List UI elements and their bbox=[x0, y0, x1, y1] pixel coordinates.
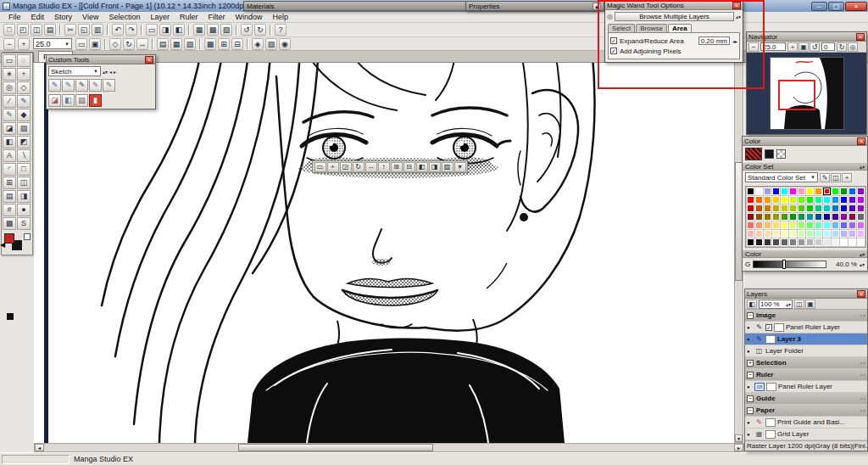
color-swatch[interactable] bbox=[806, 238, 814, 246]
color-swatch[interactable] bbox=[755, 204, 763, 212]
color-swatch[interactable] bbox=[755, 221, 763, 229]
hand-tool-icon[interactable]: ◇ bbox=[17, 81, 31, 94]
selection-flip-v-icon[interactable]: ↕ bbox=[378, 162, 390, 172]
deselect-icon[interactable]: ▭ bbox=[146, 24, 158, 36]
custom-selected-tool-icon[interactable]: ▮ bbox=[89, 94, 102, 107]
checkbox[interactable]: ✓ bbox=[610, 37, 617, 44]
color-swatch[interactable] bbox=[815, 238, 822, 246]
show-transparency-icon[interactable]: ▩ bbox=[204, 38, 216, 50]
color-swatch[interactable] bbox=[798, 213, 805, 221]
custom-fill-icon[interactable]: ◧ bbox=[62, 94, 75, 107]
color-swatch[interactable] bbox=[832, 204, 839, 212]
pen-tool-icon[interactable]: ✎ bbox=[17, 95, 31, 108]
close-icon[interactable]: × bbox=[857, 290, 865, 298]
color-swatch[interactable] bbox=[857, 230, 865, 238]
grid-tool-icon[interactable]: # bbox=[3, 204, 16, 216]
color-swatch[interactable] bbox=[849, 221, 856, 229]
layer-thumbnail[interactable] bbox=[774, 323, 784, 332]
cut-icon[interactable]: ✂ bbox=[64, 24, 76, 36]
color-swatch[interactable] bbox=[755, 213, 763, 221]
custom-tone-icon[interactable]: ▨ bbox=[75, 94, 88, 107]
color-swatch[interactable] bbox=[798, 238, 805, 246]
navigator-preview-area[interactable] bbox=[747, 53, 866, 134]
paste-icon[interactable]: ▥ bbox=[92, 24, 103, 36]
color-swatch[interactable] bbox=[832, 230, 839, 238]
select-pen-tool-icon[interactable]: S bbox=[17, 217, 31, 230]
color-swatch[interactable] bbox=[823, 213, 831, 221]
show-guide-icon[interactable]: ▧ bbox=[220, 24, 232, 36]
layer-row[interactable]: −Paper▫ ▫ bbox=[745, 405, 867, 417]
group-buttons[interactable]: ▫ ▫ bbox=[860, 408, 865, 413]
browse-multiple-layers-button[interactable]: Browse Multiple Layers bbox=[615, 12, 734, 21]
scroll-left-icon[interactable]: ◂ bbox=[35, 444, 44, 451]
layers-lock-icon[interactable]: ◫ bbox=[794, 300, 804, 309]
panel-icon[interactable]: ✎ bbox=[754, 323, 764, 331]
secondary-color-swatch[interactable] bbox=[765, 149, 774, 159]
color-swatch[interactable] bbox=[806, 204, 814, 212]
horizontal-scrollbar[interactable]: ◂ ▸ bbox=[34, 443, 744, 452]
custom-marker-icon[interactable]: ✎ bbox=[103, 79, 115, 92]
help-icon[interactable]: ? bbox=[275, 24, 287, 36]
navigator-title-bar[interactable]: Navigator × bbox=[747, 32, 866, 42]
save-icon[interactable]: ◫ bbox=[31, 24, 42, 36]
color-swatch[interactable] bbox=[849, 230, 856, 238]
shape-tool-icon[interactable]: □ bbox=[17, 163, 31, 176]
color-swatch[interactable] bbox=[823, 230, 831, 238]
show-ruler-icon[interactable]: ▦ bbox=[193, 24, 205, 36]
color-swatch[interactable] bbox=[789, 221, 797, 229]
color-swatch[interactable] bbox=[840, 188, 848, 195]
minimize-button[interactable]: – bbox=[811, 2, 827, 11]
undo-icon[interactable]: ↶ bbox=[112, 24, 124, 36]
color-swatch[interactable] bbox=[823, 238, 831, 246]
color-swatch[interactable] bbox=[772, 230, 780, 238]
nav-rotate-left-icon[interactable]: ↺ bbox=[810, 42, 820, 52]
gray-slider-handle[interactable] bbox=[782, 260, 786, 269]
checkbox[interactable]: ✓ bbox=[765, 324, 772, 331]
rollup-button[interactable]: ▴ bbox=[593, 3, 601, 10]
nav-zoom-out-icon[interactable]: − bbox=[748, 42, 759, 52]
layer-row[interactable]: +Selection▫ ▫ bbox=[745, 357, 867, 369]
color-swatch[interactable] bbox=[857, 238, 865, 246]
color-swatch[interactable] bbox=[806, 221, 814, 229]
selection-tone-icon[interactable]: ▨ bbox=[442, 162, 453, 172]
selection-scale-icon[interactable]: ◲ bbox=[340, 162, 352, 172]
option-value-field[interactable]: 0.20 mm bbox=[698, 36, 730, 45]
color-swatch[interactable] bbox=[755, 188, 763, 195]
fill-tool-icon[interactable]: ◧ bbox=[3, 136, 16, 148]
group-buttons[interactable]: ▫ ▫ bbox=[860, 361, 865, 366]
color-swatch[interactable] bbox=[781, 230, 788, 238]
next-preset-icon[interactable]: ▸ bbox=[114, 69, 116, 75]
color-swatch[interactable] bbox=[840, 230, 848, 238]
color-swatch[interactable] bbox=[781, 196, 788, 204]
color-swatch[interactable] bbox=[857, 196, 865, 204]
color-swatch[interactable] bbox=[789, 238, 797, 246]
canvas[interactable] bbox=[34, 51, 744, 443]
layer-row[interactable]: −Image▫ ▫ bbox=[745, 310, 867, 322]
color-swatch[interactable] bbox=[857, 188, 865, 195]
color-swatch[interactable] bbox=[772, 188, 780, 195]
color-swatch[interactable] bbox=[832, 221, 839, 229]
visibility-eye-icon[interactable]: ● bbox=[747, 420, 753, 425]
color-swatch[interactable] bbox=[764, 188, 771, 195]
custom-pencil-2-icon[interactable]: ✎ bbox=[62, 79, 75, 92]
expand-toggle-icon[interactable]: + bbox=[747, 360, 754, 367]
menu-story[interactable]: Story bbox=[49, 13, 77, 21]
color-swatch[interactable] bbox=[823, 221, 831, 229]
print-icon[interactable]: ✎ bbox=[754, 418, 764, 426]
color-swatch[interactable] bbox=[815, 213, 822, 221]
rotate-view-right-icon[interactable]: ↻ bbox=[254, 24, 266, 36]
material-catalog-icon[interactable]: ◈ bbox=[252, 38, 264, 50]
magic-wand-tool-icon[interactable]: ∗ bbox=[3, 68, 16, 81]
layer-thumbnail[interactable] bbox=[765, 430, 776, 439]
menu-ruler[interactable]: Ruler bbox=[175, 13, 203, 21]
color-swatch[interactable] bbox=[781, 221, 788, 229]
foreground-color-swatch[interactable] bbox=[4, 233, 14, 244]
color-swatch[interactable] bbox=[772, 238, 780, 246]
menu-edit[interactable]: Edit bbox=[26, 13, 50, 21]
color-swatch[interactable] bbox=[789, 204, 797, 212]
color-swatch[interactable] bbox=[857, 204, 865, 212]
grid-icon[interactable]: ▦ bbox=[754, 430, 764, 438]
pencil-tool-icon[interactable]: ✎ bbox=[3, 109, 16, 121]
maximize-button[interactable]: ▢ bbox=[828, 2, 844, 11]
visibility-eye-icon[interactable]: ● bbox=[747, 337, 753, 342]
